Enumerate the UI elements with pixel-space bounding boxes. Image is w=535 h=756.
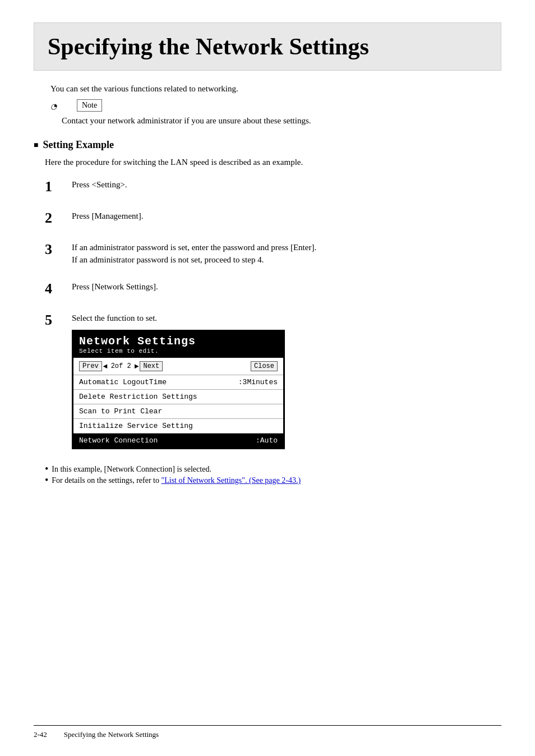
footer-label: Specifying the Network Settings bbox=[64, 730, 159, 739]
lcd-row-0-label: Automatic LogoutTime bbox=[79, 378, 167, 386]
note-content: Contact your network administrator if yo… bbox=[62, 116, 501, 126]
footer: 2-42 Specifying the Network Settings bbox=[34, 725, 501, 739]
bullet-link-2[interactable]: "List of Network Settings". (See page 2-… bbox=[162, 476, 301, 485]
section-heading: Setting Example bbox=[34, 139, 501, 151]
step-text-1: Press <Setting>. bbox=[72, 178, 127, 191]
footer-page: 2-42 bbox=[34, 730, 47, 739]
section-intro: Here the procedure for switching the LAN… bbox=[45, 158, 501, 167]
step-number-2: 2 bbox=[45, 211, 63, 225]
lcd-row-4-value: :Auto bbox=[256, 436, 278, 445]
bullet-text-2-pre: For details on the settings, refer to bbox=[52, 476, 161, 485]
lcd-nav-left: Prev ◄ 2of 2 ► Next bbox=[79, 361, 163, 371]
step-text-2: Press [Management]. bbox=[72, 210, 143, 223]
steps-container: 1 Press <Setting>. 2 Press [Management].… bbox=[45, 178, 501, 449]
lcd-screen: Network Settings Select item to edit. Pr… bbox=[72, 330, 285, 449]
step-text-3: If an administrator password is set, ent… bbox=[72, 241, 316, 254]
lcd-row-2-label: Scan to Print Clear bbox=[79, 407, 162, 416]
step-4: 4 Press [Network Settings]. bbox=[45, 280, 501, 296]
close-button[interactable]: Close bbox=[251, 361, 278, 371]
step-1: 1 Press <Setting>. bbox=[45, 178, 501, 194]
lcd-title: Network Settings bbox=[79, 335, 278, 348]
lcd-row-1[interactable]: Delete Restriction Settings bbox=[73, 390, 283, 404]
lcd-row-4-label: Network Connection bbox=[79, 436, 158, 445]
step-subtext-3: If an administrator password is not set,… bbox=[72, 255, 316, 265]
prev-button[interactable]: Prev bbox=[79, 361, 102, 371]
page-title: Specifying the Network Settings bbox=[34, 22, 501, 71]
lcd-row-0[interactable]: Automatic LogoutTime :3Minutes bbox=[73, 375, 283, 390]
bullet-1: • In this example, [Network Connection] … bbox=[45, 465, 501, 474]
next-arrow-icon: ► bbox=[135, 362, 139, 371]
lcd-row-0-value: :3Minutes bbox=[238, 378, 278, 386]
bullet-dot-2: • bbox=[45, 475, 48, 485]
lcd-row-3-label: Initialize Service Setting bbox=[79, 422, 193, 430]
bullet-text-1: In this example, [Network Connection] is… bbox=[52, 465, 211, 474]
step-text-4: Press [Network Settings]. bbox=[72, 280, 158, 293]
lcd-row-3[interactable]: Initialize Service Setting bbox=[73, 419, 283, 434]
next-button[interactable]: Next bbox=[140, 361, 163, 371]
step-2: 2 Press [Management]. bbox=[45, 210, 501, 225]
note-label: Note bbox=[77, 99, 102, 112]
bullet-2: • For details on the settings, refer to … bbox=[45, 476, 501, 485]
bullet-dot-1: • bbox=[45, 464, 48, 474]
lcd-row-2[interactable]: Scan to Print Clear bbox=[73, 404, 283, 419]
step-number-1: 1 bbox=[45, 179, 63, 194]
intro-text: You can set the various functions relate… bbox=[50, 84, 501, 94]
prev-arrow-icon: ◄ bbox=[103, 362, 108, 371]
step-number-5: 5 bbox=[45, 313, 63, 328]
lcd-page-info: 2of 2 bbox=[111, 362, 131, 370]
lcd-row-1-label: Delete Restriction Settings bbox=[79, 393, 197, 401]
bullets-container: • In this example, [Network Connection] … bbox=[45, 465, 501, 485]
lcd-nav: Prev ◄ 2of 2 ► Next Close bbox=[73, 358, 283, 375]
step-text-5: Select the function to set. bbox=[72, 312, 285, 325]
step-5: 5 Select the function to set. Network Se… bbox=[45, 312, 501, 450]
lcd-subtitle: Select item to edit. bbox=[79, 348, 278, 354]
lcd-header: Network Settings Select item to edit. bbox=[73, 331, 283, 358]
lcd-row-4[interactable]: Network Connection :Auto bbox=[73, 434, 283, 448]
step-number-4: 4 bbox=[45, 282, 63, 296]
step-3: 3 If an administrator password is set, e… bbox=[45, 241, 501, 265]
step-number-3: 3 bbox=[45, 242, 63, 257]
bullet-text-2: For details on the settings, refer to "L… bbox=[52, 476, 301, 485]
note-icon: ◔ bbox=[50, 102, 57, 111]
